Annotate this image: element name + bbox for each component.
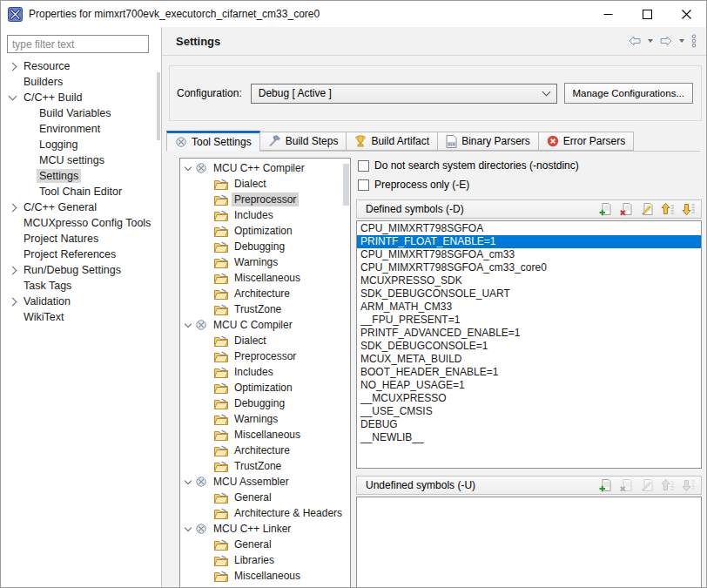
tab-binary-parsers[interactable]: 010 Binary Parsers (438, 132, 539, 151)
tool-tree-item[interactable]: Dialect (180, 176, 350, 192)
sidebar-scrollbar[interactable] (157, 72, 160, 140)
tool-tree-item[interactable]: Warnings (180, 254, 350, 270)
sidebar-tree-item[interactable]: Environment (1, 121, 161, 137)
filter-input[interactable] (7, 35, 149, 53)
edit-symbol-icon[interactable] (639, 202, 654, 217)
symbol-text: ARM_MATH_CM33 (360, 301, 452, 313)
forward-dropdown-icon[interactable] (679, 39, 684, 43)
tool-tree-item[interactable]: General (180, 537, 350, 552)
tool-tree-item[interactable]: Debugging (180, 239, 350, 254)
tool-tree-item[interactable]: TrustZone (180, 301, 350, 317)
symbol-row[interactable]: DEBUG (357, 418, 701, 431)
forward-icon[interactable] (657, 33, 675, 49)
add-symbol-icon[interactable] (597, 478, 612, 493)
sidebar-tree-item[interactable]: Logging (1, 137, 161, 152)
tool-tree-item[interactable]: MCU C++ Compiler (180, 160, 350, 176)
sidebar-tree-item[interactable]: Project References (1, 247, 161, 262)
tool-tree-item[interactable]: Architecture (180, 443, 350, 458)
delete-symbol-icon[interactable] (618, 202, 633, 217)
symbol-text: PRINTF_FLOAT_ENABLE=1 (360, 235, 496, 247)
maximize-button[interactable] (628, 1, 667, 27)
back-dropdown-icon[interactable] (648, 39, 653, 43)
preprocessor-options-panel: Do not search system directories (-nostd… (356, 152, 702, 587)
tool-tree-item[interactable]: Preprocessor (180, 348, 350, 364)
add-symbol-icon[interactable] (597, 202, 612, 217)
sidebar-tree-item[interactable]: MCU settings (1, 152, 161, 168)
sidebar-item-label: WikiText (21, 310, 67, 324)
sidebar-tree-item[interactable]: Builders (1, 74, 161, 90)
sidebar-tree-item[interactable]: MCUXpresso Config Tools (1, 215, 161, 231)
sidebar-item-label: Settings (37, 169, 81, 183)
close-button[interactable] (667, 1, 706, 27)
back-icon[interactable] (626, 33, 643, 49)
sidebar-tree-item[interactable]: Tool Chain Editor (1, 184, 161, 199)
tool-tree-item[interactable]: Dialect (180, 333, 350, 348)
tool-tree-item[interactable]: Preprocessor (180, 192, 350, 207)
tab-tool-settings[interactable]: Tool Settings (166, 131, 260, 152)
tool-tree-item[interactable]: Architecture & Headers (180, 505, 350, 521)
sidebar-tree-item[interactable]: Project Natures (1, 231, 161, 247)
sidebar: Resource Builders C/C++ Build Bu (1, 27, 162, 587)
symbol-row[interactable]: __MCUXPRESSO (357, 392, 701, 405)
tool-tree-item[interactable]: Optimization (180, 223, 350, 239)
symbol-row[interactable]: __FPU_PRESENT=1 (357, 314, 701, 327)
tool-tree-item[interactable]: Debugging (180, 395, 350, 411)
symbol-row[interactable]: NO_HEAP_USAGE=1 (357, 379, 701, 392)
tool-tree-item[interactable]: Miscellaneous (180, 427, 350, 443)
tab-build-artifact[interactable]: Build Artifact (347, 132, 438, 151)
minimize-button[interactable] (589, 1, 628, 27)
symbol-row[interactable]: MCUX_META_BUILD (357, 353, 701, 366)
move-down-icon[interactable] (681, 202, 696, 217)
symbol-row[interactable]: BOOT_HEADER_ENABLE=1 (357, 366, 701, 379)
sidebar-tree-item[interactable]: Task Tags (1, 278, 161, 294)
view-menu-icon[interactable] (689, 32, 699, 50)
tool-tree-item[interactable]: Warnings (180, 411, 350, 427)
tab-build-steps[interactable]: Build Steps (260, 132, 347, 151)
sidebar-tree-item[interactable]: Build Variables (1, 105, 161, 121)
preprocess-only-checkbox[interactable]: Preprocess only (-E) (358, 178, 702, 192)
tool-tree-item[interactable]: Miscellaneous (180, 270, 350, 286)
sidebar-tree-item[interactable]: C/C++ Build (1, 90, 161, 105)
symbol-row[interactable]: CPU_MIMXRT798SGFOA_cm33 (357, 248, 701, 261)
sidebar-tree-item[interactable]: WikiText (1, 309, 161, 325)
symbol-row[interactable]: CPU_MIMXRT798SGFOA_cm33_core0 (357, 261, 701, 274)
symbol-row[interactable]: MCUXPRESSO_SDK (357, 274, 701, 287)
tool-tree-item[interactable]: Libraries (180, 552, 350, 568)
tool-tree-item[interactable]: Includes (180, 207, 350, 223)
configuration-select[interactable]: Debug [ Active ] (251, 84, 557, 104)
symbol-row[interactable]: CPU_MIMXRT798SGFOA (357, 222, 701, 235)
symbol-row[interactable]: SDK_DEBUGCONSOLE_UART (357, 287, 701, 301)
symbol-row[interactable]: __USE_CMSIS (357, 405, 701, 418)
tool-tree-item[interactable]: Architecture (180, 286, 350, 301)
tool-tree-item[interactable]: MCU C Compiler (180, 317, 350, 333)
group-title: Defined symbols (-D) (366, 203, 464, 215)
sidebar-tree-item[interactable]: Resource (1, 58, 161, 74)
tool-tree-item[interactable]: TrustZone (180, 458, 350, 474)
symbol-row[interactable]: PRINTF_ADVANCED_ENABLE=1 (357, 327, 701, 340)
tree-scrollbar[interactable] (343, 164, 349, 206)
tool-tree-item[interactable]: Optimization (180, 380, 350, 395)
symbol-row[interactable]: ARM_MATH_CM33 (357, 301, 701, 314)
sidebar-tree-item[interactable]: Validation (1, 294, 161, 309)
sidebar-tree: Resource Builders C/C++ Build Bu (1, 58, 161, 325)
sidebar-tree-item[interactable]: C/C++ General (1, 199, 161, 215)
tool-tree-item[interactable]: General (180, 490, 350, 505)
tool-tree-item[interactable]: Includes (180, 364, 350, 380)
sidebar-tree-item[interactable]: Settings (1, 168, 161, 184)
sidebar-tree-item[interactable]: Run/Debug Settings (1, 262, 161, 278)
tools-icon (195, 162, 207, 174)
tool-tree-item[interactable] (180, 584, 350, 587)
symbol-row[interactable]: SDK_DEBUGCONSOLE=1 (357, 340, 701, 353)
tool-tree-item[interactable]: Miscellaneous (180, 568, 350, 584)
symbol-row[interactable]: __NEWLIB__ (357, 431, 701, 444)
sidebar-item-label: Run/Debug Settings (21, 263, 124, 277)
tool-tree-item[interactable]: MCU Assembler (180, 474, 350, 490)
symbol-row[interactable]: PRINTF_FLOAT_ENABLE=1 (357, 235, 701, 248)
manage-configurations-button[interactable]: Manage Configurations... (564, 83, 693, 104)
tool-tree-item-label: Preprocessor (232, 349, 299, 363)
tab-error-parsers[interactable]: Error Parsers (539, 132, 634, 151)
nostdinc-checkbox[interactable]: Do not search system directories (-nostd… (358, 159, 702, 172)
tool-tree-item-label: Architecture & Headers (232, 506, 345, 520)
move-up-icon[interactable] (660, 202, 675, 217)
tool-tree-item[interactable]: MCU C++ Linker (180, 521, 350, 537)
